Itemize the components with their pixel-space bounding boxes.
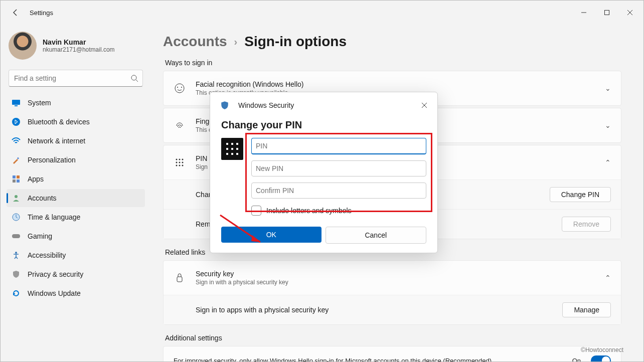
nav-accounts[interactable]: Accounts (7, 189, 145, 207)
security-key-header-row[interactable]: Security keySign in with a physical secu… (164, 261, 621, 295)
nav-personalization[interactable]: Personalization (7, 151, 145, 169)
close-button[interactable] (618, 5, 641, 21)
include-letters-checkbox[interactable] (251, 206, 261, 216)
nav-system[interactable]: System (7, 94, 145, 112)
face-icon (174, 83, 186, 94)
nav-apps[interactable]: Apps (7, 170, 145, 188)
svg-rect-7 (17, 175, 20, 178)
svg-rect-2 (12, 100, 20, 105)
nav-label: Accounts (28, 194, 57, 202)
svg-point-25 (182, 165, 184, 166)
chevron-up-icon: ⌃ (605, 158, 611, 166)
titlebar: Settings (1, 1, 643, 25)
remove-pin-button[interactable]: Remove (562, 217, 611, 232)
profile-email: nkumar2171@hotmail.com (43, 46, 115, 53)
svg-point-1 (131, 75, 136, 80)
keypad-icon (174, 157, 186, 167)
nav-time[interactable]: Time & language (7, 208, 145, 226)
watermark: ©Howtoconnect (581, 346, 623, 353)
nav-label: Network & internet (28, 137, 85, 145)
search-box[interactable] (9, 70, 143, 87)
paintbrush-icon (12, 155, 21, 164)
nav-accessibility[interactable]: Accessibility (7, 246, 145, 264)
ok-button[interactable]: OK (221, 227, 321, 243)
close-icon (627, 10, 633, 16)
change-pin-button[interactable]: Change PIN (550, 187, 611, 202)
avatar (9, 32, 37, 60)
additional-settings-header: Additional settings (165, 334, 619, 342)
new-pin-input[interactable] (251, 160, 426, 176)
fingerprint-icon (174, 120, 186, 131)
current-pin-input[interactable] (251, 138, 426, 154)
toggle-label: On (572, 357, 581, 362)
clock-globe-icon (12, 213, 21, 222)
wifi-icon (12, 136, 21, 145)
nav-gaming[interactable]: Gaming (7, 227, 145, 245)
profile[interactable]: Navin Kumar nkumar2171@hotmail.com (9, 32, 143, 60)
svg-point-13 (15, 252, 17, 254)
nav-label: Windows Update (28, 289, 81, 297)
svg-point-15 (177, 87, 178, 88)
manage-key-subrow: Sign in to apps with a physical security… (164, 295, 621, 324)
nav-update[interactable]: Windows Update (7, 284, 145, 302)
svg-point-24 (179, 165, 181, 166)
nav-label: Bluetooth & devices (28, 118, 90, 126)
svg-rect-8 (13, 179, 16, 183)
apps-icon (12, 174, 21, 184)
profile-name: Navin Kumar (43, 38, 115, 46)
chevron-right-icon: › (234, 36, 238, 48)
search-input[interactable] (13, 74, 130, 83)
nav-bluetooth[interactable]: Bluetooth & devices (7, 113, 145, 131)
breadcrumb: Accounts › Sign-in options (163, 34, 621, 50)
svg-point-14 (175, 84, 184, 93)
key-icon (174, 272, 186, 283)
breadcrumb-root[interactable]: Accounts (163, 34, 227, 50)
search-icon (130, 74, 138, 82)
toggle-switch[interactable] (591, 355, 611, 361)
svg-rect-5 (17, 157, 19, 159)
manage-button[interactable]: Manage (562, 302, 611, 317)
chevron-down-icon: ⌄ (605, 121, 611, 129)
maximize-button[interactable] (595, 5, 618, 21)
nav-label: Personalization (28, 156, 76, 164)
dialog-close-button[interactable] (415, 98, 433, 112)
svg-rect-12 (12, 234, 20, 238)
confirm-pin-input[interactable] (251, 183, 426, 199)
back-button[interactable] (7, 4, 25, 22)
close-icon (421, 102, 427, 108)
chevron-up-icon: ⌃ (605, 274, 611, 282)
nav-network[interactable]: Network & internet (7, 132, 145, 150)
accessibility-icon (12, 251, 21, 260)
svg-point-16 (181, 87, 182, 88)
ways-to-sign-in-header: Ways to sign in (165, 59, 619, 67)
svg-point-4 (12, 118, 20, 126)
nav-privacy[interactable]: Privacy & security (7, 265, 145, 283)
svg-point-21 (179, 162, 181, 163)
sidebar: Navin Kumar nkumar2171@hotmail.com Syste… (1, 25, 151, 361)
dialog-app-name: Windows Security (238, 101, 294, 109)
person-icon (12, 194, 21, 203)
svg-point-10 (15, 195, 18, 198)
svg-point-19 (182, 159, 184, 160)
cancel-button[interactable]: Cancel (326, 227, 427, 244)
svg-rect-3 (15, 105, 18, 106)
maximize-icon (604, 10, 610, 16)
row-title: Facial recognition (Windows Hello) (196, 80, 595, 88)
svg-point-17 (176, 159, 178, 160)
include-letters-label: Include letters and symbols (266, 207, 352, 215)
bluetooth-icon (12, 117, 21, 126)
svg-point-18 (179, 159, 181, 160)
svg-rect-0 (605, 11, 609, 15)
minimize-button[interactable] (572, 5, 595, 21)
arrow-left-icon (12, 9, 20, 17)
nav-label: Gaming (28, 232, 52, 240)
nav-label: System (28, 99, 51, 107)
nav: System Bluetooth & devices Network & int… (7, 94, 145, 302)
breadcrumb-leaf: Sign-in options (244, 34, 347, 50)
row-title: Security key (196, 270, 595, 278)
svg-point-23 (176, 165, 178, 166)
shield-icon (12, 270, 21, 279)
windows-security-dialog: Windows Security Change your PIN Include… (210, 92, 438, 253)
keypad-icon (221, 138, 243, 160)
svg-point-20 (176, 162, 178, 163)
